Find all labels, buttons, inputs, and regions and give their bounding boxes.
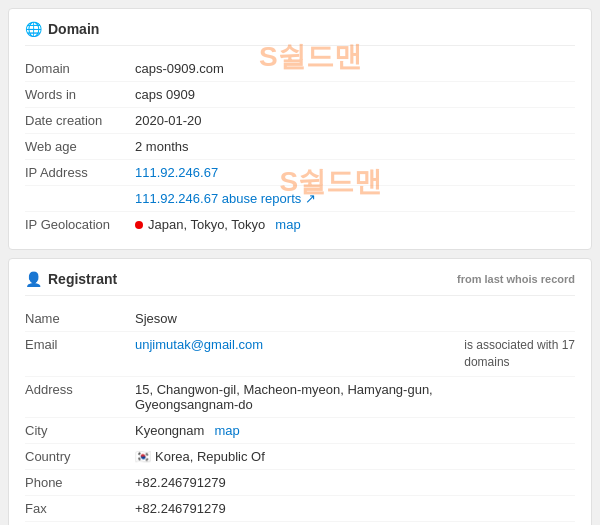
ip-address-value[interactable]: 111.92.246.67 (135, 165, 575, 180)
name-label: Name (25, 311, 135, 326)
web-age-value: 2 months (135, 139, 575, 154)
name-row: Name Sjesow (25, 306, 575, 332)
city-row: City Kyeongnam map (25, 418, 575, 444)
words-row: Words in caps 0909 (25, 82, 575, 108)
web-age-label: Web age (25, 139, 135, 154)
geo-value: Japan, Tokyo, Tokyo map (135, 217, 575, 232)
fax-row: Fax +82.246791279 (25, 496, 575, 522)
city-map-link[interactable]: map (214, 423, 239, 438)
country-label: Country (25, 449, 135, 464)
registrant-card-title: 👤 Registrant from last whois record (25, 271, 575, 296)
from-last-whois-label: from last whois record (457, 273, 575, 285)
ip-abuse-link[interactable]: 111.92.246.67 abuse reports ↗ (135, 191, 316, 206)
date-creation-label: Date creation (25, 113, 135, 128)
domain-card-title: 🌐 Domain (25, 21, 575, 46)
private-row: Private no (25, 522, 575, 525)
globe-icon: 🌐 (25, 21, 42, 37)
words-value: caps 0909 (135, 87, 575, 102)
phone-value: +82.246791279 (135, 475, 575, 490)
ip-abuse-value[interactable]: 111.92.246.67 abuse reports ↗ (135, 191, 575, 206)
associated-text: is associated with 17domains (464, 337, 575, 371)
ip-address-row: IP Address 111.92.246.67 (25, 160, 575, 186)
red-dot-icon (135, 221, 143, 229)
phone-row: Phone +82.246791279 (25, 470, 575, 496)
registrant-title-text: Registrant (48, 271, 117, 287)
geo-row: IP Geolocation Japan, Tokyo, Tokyo map (25, 212, 575, 237)
words-label: Words in (25, 87, 135, 102)
country-value: 🇰🇷Korea, Republic Of (135, 449, 575, 464)
phone-label: Phone (25, 475, 135, 490)
ip-address-label: IP Address (25, 165, 135, 180)
ip-address-link[interactable]: 111.92.246.67 (135, 165, 218, 180)
address-label: Address (25, 382, 135, 397)
city-label: City (25, 423, 135, 438)
date-creation-value: 2020-01-20 (135, 113, 575, 128)
address-row: Address 15, Changwon-gil, Macheon-myeon,… (25, 377, 575, 418)
fax-label: Fax (25, 501, 135, 516)
web-age-row: Web age 2 months (25, 134, 575, 160)
registrant-card: 👤 Registrant from last whois record Name… (8, 258, 592, 525)
domain-label: Domain (25, 61, 135, 76)
domain-value: caps-0909.com (135, 61, 575, 76)
city-value: Kyeongnam map (135, 423, 575, 438)
flag-icon: 🇰🇷 (135, 449, 151, 464)
fax-value: +82.246791279 (135, 501, 575, 516)
person-icon: 👤 (25, 271, 42, 287)
geo-label: IP Geolocation (25, 217, 135, 232)
country-row: Country 🇰🇷Korea, Republic Of (25, 444, 575, 470)
email-row: Email unjimutak@gmail.com is associated … (25, 332, 575, 377)
email-link[interactable]: unjimutak@gmail.com (135, 337, 263, 352)
ip-abuse-row: 111.92.246.67 abuse reports ↗ (25, 186, 575, 212)
email-value: unjimutak@gmail.com (135, 337, 454, 352)
name-value: Sjesow (135, 311, 575, 326)
domain-row: Domain caps-0909.com (25, 56, 575, 82)
geo-text: Japan, Tokyo, Tokyo (148, 217, 265, 232)
domain-card: 🌐 Domain Domain caps-0909.com Words in c… (8, 8, 592, 250)
address-value: 15, Changwon-gil, Macheon-myeon, Hamyang… (135, 382, 575, 412)
geo-map-link[interactable]: map (275, 217, 300, 232)
date-creation-row: Date creation 2020-01-20 (25, 108, 575, 134)
email-label: Email (25, 337, 135, 352)
city-text: Kyeongnam (135, 423, 204, 438)
domain-title-text: Domain (48, 21, 99, 37)
